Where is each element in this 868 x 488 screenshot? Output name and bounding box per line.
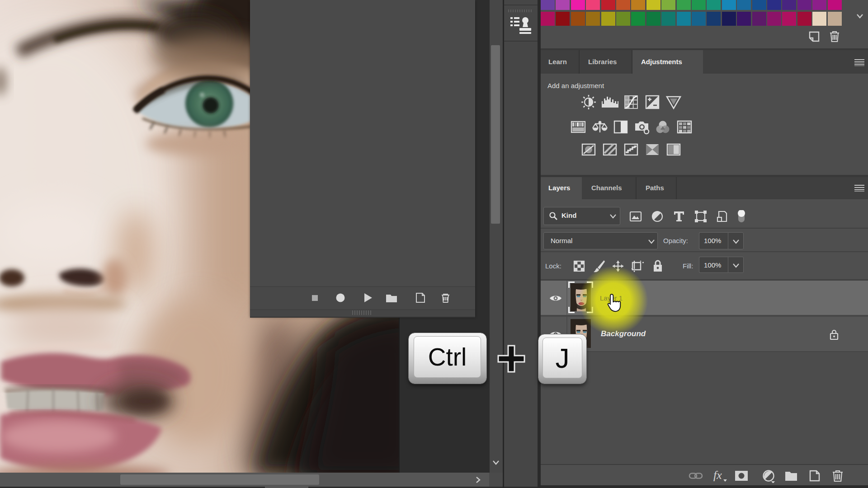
svg-text:fx: fx	[713, 469, 722, 482]
